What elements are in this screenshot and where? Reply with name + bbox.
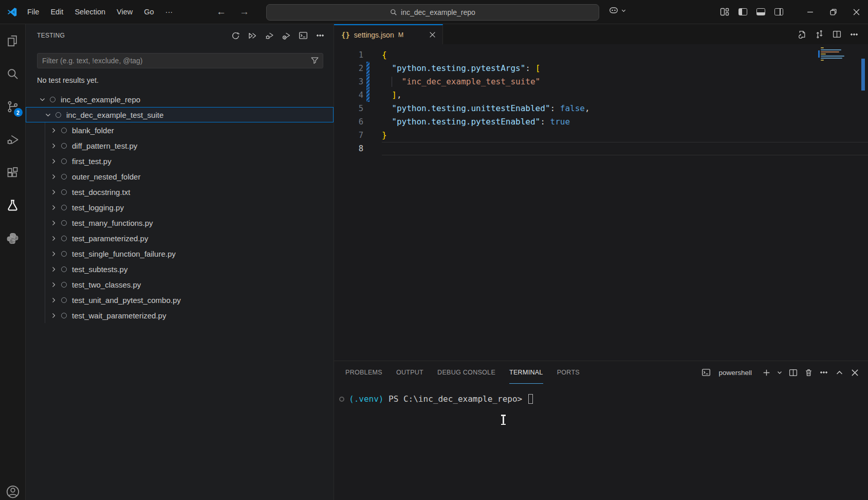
menu-edit[interactable]: Edit	[45, 5, 69, 19]
tab-settings-json[interactable]: {} settings.json M	[334, 24, 443, 44]
chevron-right-icon[interactable]	[49, 203, 58, 211]
panel-tab-debug-console[interactable]: DEBUG CONSOLE	[437, 361, 495, 384]
editor-more-actions-icon[interactable]	[847, 28, 861, 41]
open-changes-icon[interactable]	[795, 28, 808, 41]
run-with-coverage-icon[interactable]	[280, 29, 292, 42]
show-test-output-icon[interactable]	[297, 29, 309, 42]
menu-go[interactable]: Go	[138, 5, 159, 19]
chevron-right-icon[interactable]	[49, 126, 58, 134]
test-filter-input[interactable]	[37, 53, 323, 68]
tree-item-test-two-classes-py[interactable]: test_two_classes.py	[26, 277, 334, 292]
test-tree: inc_dec_example_repoinc_dec_example_test…	[26, 92, 334, 500]
terminal-view[interactable]: (.venv) PS C:\inc_dec_example_repo>	[334, 384, 868, 500]
maximize-panel-icon[interactable]	[833, 366, 845, 379]
new-terminal-icon[interactable]	[760, 366, 772, 379]
chevron-right-icon[interactable]	[49, 296, 58, 304]
title-bar-right	[718, 0, 868, 24]
code-editor[interactable]: 1{2 "python.testing.pytestArgs": [3 "inc…	[334, 44, 868, 361]
tree-item-first-test-py[interactable]: first_test.py	[26, 153, 334, 169]
run-all-tests-icon[interactable]	[246, 29, 258, 42]
chevron-right-icon[interactable]	[49, 249, 58, 258]
tree-item-blank-folder[interactable]: blank_folder	[26, 122, 334, 138]
activity-extensions-icon[interactable]	[0, 156, 26, 189]
activity-explorer-icon[interactable]	[0, 24, 26, 57]
tree-item-test-wait-parameterized-py[interactable]: test_wait_parameterized.py	[26, 308, 334, 323]
tree-item-outer-nested-folder[interactable]: outer_nested_folder	[26, 169, 334, 184]
chevron-right-icon[interactable]	[49, 188, 58, 196]
activity-run-debug-icon[interactable]	[0, 123, 26, 156]
toggle-primary-sidebar-icon[interactable]	[736, 5, 749, 19]
close-tab-icon[interactable]	[427, 30, 437, 40]
tree-item-diff-pattern-test-py[interactable]: diff_pattern_test.py	[26, 138, 334, 153]
chevron-right-icon[interactable]	[49, 280, 58, 289]
tree-item-test-unit-and-pytest-combo-py[interactable]: test_unit_and_pytest_combo.py	[26, 292, 334, 308]
sidebar-more-actions-icon[interactable]	[314, 29, 326, 42]
restore-button[interactable]	[822, 0, 845, 24]
bottom-panel: PROBLEMSOUTPUTDEBUG CONSOLETERMINALPORTS…	[334, 361, 868, 500]
minimap-line	[821, 56, 844, 57]
close-panel-icon[interactable]	[848, 366, 861, 379]
test-state-icon	[61, 236, 67, 241]
panel-header: PROBLEMSOUTPUTDEBUG CONSOLETERMINALPORTS…	[334, 361, 868, 384]
panel-tab-terminal[interactable]: TERMINAL	[509, 361, 543, 384]
chevron-right-icon[interactable]	[49, 157, 58, 165]
chevron-down-icon[interactable]	[38, 95, 46, 103]
debug-all-tests-icon[interactable]	[263, 29, 275, 42]
chevron-right-icon[interactable]	[49, 141, 58, 150]
tree-item-test-many-functions-py[interactable]: test_many_functions.py	[26, 215, 334, 230]
activity-testing-icon[interactable]	[0, 189, 26, 222]
panel-more-actions-icon[interactable]	[818, 366, 830, 379]
panel-tab-problems[interactable]: PROBLEMS	[345, 361, 382, 384]
minimize-button[interactable]	[799, 0, 822, 24]
refresh-tests-icon[interactable]	[229, 29, 242, 42]
tab-label: settings.json	[354, 31, 394, 39]
activity-search-icon[interactable]	[0, 57, 26, 90]
panel-tab-output[interactable]: OUTPUT	[396, 361, 423, 384]
accounts-icon[interactable]	[0, 479, 26, 500]
menu-selection[interactable]: Selection	[69, 5, 111, 19]
tree-item-test-parameterized-py[interactable]: test_parameterized.py	[26, 230, 334, 246]
compare-changes-icon[interactable]	[812, 28, 826, 41]
toggle-secondary-sidebar-icon[interactable]	[772, 5, 785, 19]
close-window-button[interactable]	[845, 0, 868, 24]
command-center-search[interactable]: inc_dec_example_repo	[266, 4, 599, 21]
tree-item-test-docstring-txt[interactable]: test_docstring.txt	[26, 184, 334, 200]
go-back-icon[interactable]: ←	[216, 6, 226, 17]
chevron-right-icon[interactable]	[49, 219, 58, 227]
tree-item-test-logging-py[interactable]: test_logging.py	[26, 200, 334, 215]
kill-terminal-icon[interactable]	[802, 366, 815, 379]
tree-item-test-subtests-py[interactable]: test_subtests.py	[26, 261, 334, 277]
chevron-down-icon[interactable]	[44, 111, 52, 119]
terminal-profile-chevron-icon[interactable]	[775, 366, 784, 379]
menu-view[interactable]: View	[111, 5, 138, 19]
filter-funnel-icon[interactable]	[310, 56, 319, 65]
minimap[interactable]	[821, 47, 851, 62]
split-editor-icon[interactable]	[830, 28, 843, 41]
tree-item-inc-dec-example-test-suite[interactable]: inc_dec_example_test_suite	[26, 107, 334, 122]
copilot-menu[interactable]	[608, 5, 626, 15]
tree-item-test-single-function-failure-py[interactable]: test_single_function_failure.py	[26, 246, 334, 261]
toggle-panel-icon[interactable]	[754, 5, 767, 19]
chevron-right-icon[interactable]	[49, 311, 58, 319]
gutter-modified-indicator	[366, 75, 370, 88]
go-forward-icon[interactable]: →	[239, 6, 249, 17]
chevron-right-icon[interactable]	[49, 234, 58, 242]
test-state-icon	[61, 205, 67, 210]
gutter-modified-indicator	[366, 88, 370, 102]
command-decoration-icon[interactable]	[339, 397, 344, 402]
gutter-spacer	[366, 48, 370, 62]
panel-tab-ports[interactable]: PORTS	[557, 361, 580, 384]
test-state-icon	[61, 220, 67, 226]
menu-file[interactable]: File	[22, 5, 45, 19]
terminal-cursor	[528, 394, 533, 404]
chevron-right-icon[interactable]	[49, 265, 58, 273]
activity-source-control-icon[interactable]: 2	[0, 90, 26, 123]
tree-item-inc-dec-example-repo[interactable]: inc_dec_example_repo	[26, 92, 334, 107]
shell-label[interactable]: powershell	[718, 369, 752, 377]
customize-layout-icon[interactable]	[718, 5, 731, 19]
menu-item[interactable]: ···	[160, 5, 179, 19]
terminal-prompt-line: (.venv) PS C:\inc_dec_example_repo>	[339, 394, 868, 404]
split-terminal-icon[interactable]	[787, 366, 799, 379]
chevron-right-icon[interactable]	[49, 172, 58, 181]
activity-python-icon[interactable]	[0, 222, 26, 255]
